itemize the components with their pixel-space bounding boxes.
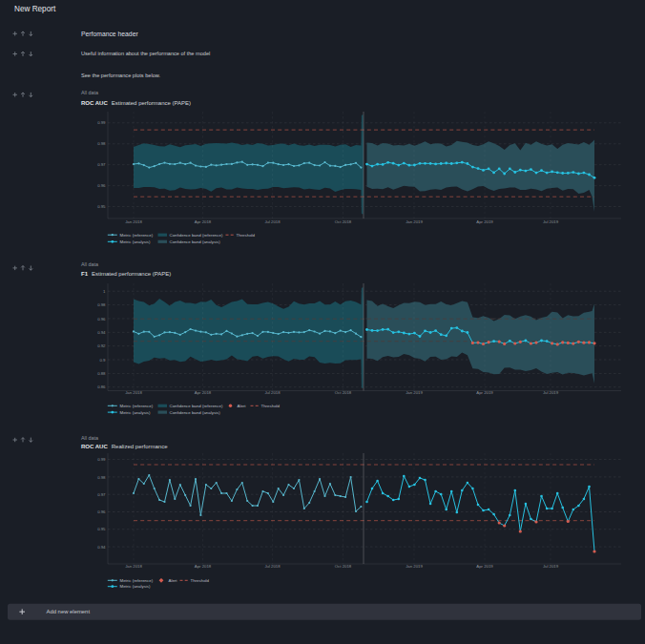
- svg-text:Confidence band (analysis): Confidence band (analysis): [170, 239, 221, 244]
- svg-text:0.95: 0.95: [97, 204, 106, 209]
- svg-text:Jan 2018: Jan 2018: [125, 219, 142, 224]
- svg-text:Apr 2018: Apr 2018: [195, 219, 212, 224]
- svg-text:Jul 2019: Jul 2019: [543, 219, 559, 224]
- svg-text:Threshold: Threshold: [237, 233, 256, 238]
- svg-text:ROC AUCRealized performance: ROC AUCRealized performance: [81, 444, 168, 449]
- svg-text:Metric (analysis): Metric (analysis): [120, 584, 151, 589]
- svg-text:0.97: 0.97: [97, 492, 106, 497]
- svg-text:Jul 2019: Jul 2019: [543, 390, 559, 395]
- svg-text:All data: All data: [81, 90, 98, 95]
- svg-text:0.96: 0.96: [97, 183, 106, 188]
- svg-text:0.98: 0.98: [97, 141, 106, 146]
- svg-text:Jul 2018: Jul 2018: [264, 390, 281, 395]
- svg-text:All data: All data: [81, 435, 98, 441]
- svg-text:ROC AUCEstimated performance (: ROC AUCEstimated performance (PAPE): [81, 100, 191, 106]
- svg-text:Oct 2018: Oct 2018: [335, 219, 352, 224]
- svg-text:0.88: 0.88: [97, 371, 106, 376]
- svg-text:Add new element: Add new element: [47, 609, 91, 614]
- svg-text:Jan 2019: Jan 2019: [406, 390, 423, 395]
- svg-text:Jul 2018: Jul 2018: [264, 219, 281, 224]
- svg-text:Metric (reference): Metric (reference): [120, 578, 154, 583]
- svg-text:Confidence band (reference): Confidence band (reference): [170, 404, 223, 408]
- svg-text:New Report: New Report: [14, 5, 56, 13]
- svg-text:Oct 2018: Oct 2018: [335, 390, 352, 395]
- svg-text:Useful information about the p: Useful information about the performance…: [81, 51, 210, 56]
- svg-text:Threshold: Threshold: [191, 578, 210, 583]
- svg-text:Alert: Alert: [238, 404, 247, 408]
- svg-text:0.99: 0.99: [97, 457, 106, 462]
- svg-text:0.96: 0.96: [97, 317, 106, 322]
- svg-text:Threshold: Threshold: [261, 404, 281, 408]
- svg-text:Apr 2018: Apr 2018: [195, 390, 212, 395]
- svg-text:Jan 2018: Jan 2018: [125, 390, 142, 395]
- svg-text:Metric (reference): Metric (reference): [120, 404, 154, 408]
- svg-text:Confidence band (reference): Confidence band (reference): [170, 233, 223, 238]
- svg-text:0.92: 0.92: [97, 343, 106, 348]
- svg-text:Confidence band (analysis): Confidence band (analysis): [170, 410, 221, 415]
- svg-text:0.94: 0.94: [97, 545, 106, 550]
- svg-text:Alert: Alert: [169, 578, 178, 583]
- svg-text:Apr 2019: Apr 2019: [476, 219, 493, 224]
- svg-text:0.97: 0.97: [97, 162, 106, 167]
- svg-text:See the performance plots belo: See the performance plots below.: [81, 73, 160, 78]
- svg-text:0.9: 0.9: [100, 358, 107, 363]
- svg-text:0.98: 0.98: [97, 475, 106, 480]
- svg-text:Apr 2019: Apr 2019: [476, 390, 493, 395]
- svg-text:Perfomance header: Perfomance header: [81, 31, 138, 37]
- svg-text:0.98: 0.98: [97, 302, 106, 307]
- svg-text:Metric (analysis): Metric (analysis): [120, 410, 151, 415]
- svg-text:0.99: 0.99: [97, 120, 106, 125]
- svg-text:0.96: 0.96: [97, 509, 106, 514]
- svg-text:All data: All data: [81, 261, 98, 267]
- svg-text:Jan 2019: Jan 2019: [406, 219, 423, 224]
- svg-text:F1Estimated performance (PAPE): F1Estimated performance (PAPE): [81, 271, 171, 277]
- svg-text:Metric (analysis): Metric (analysis): [120, 239, 151, 244]
- svg-text:0.86: 0.86: [97, 384, 106, 389]
- svg-text:0.95: 0.95: [97, 527, 106, 531]
- svg-text:0.94: 0.94: [97, 330, 106, 335]
- svg-text:Metric (reference): Metric (reference): [120, 233, 154, 238]
